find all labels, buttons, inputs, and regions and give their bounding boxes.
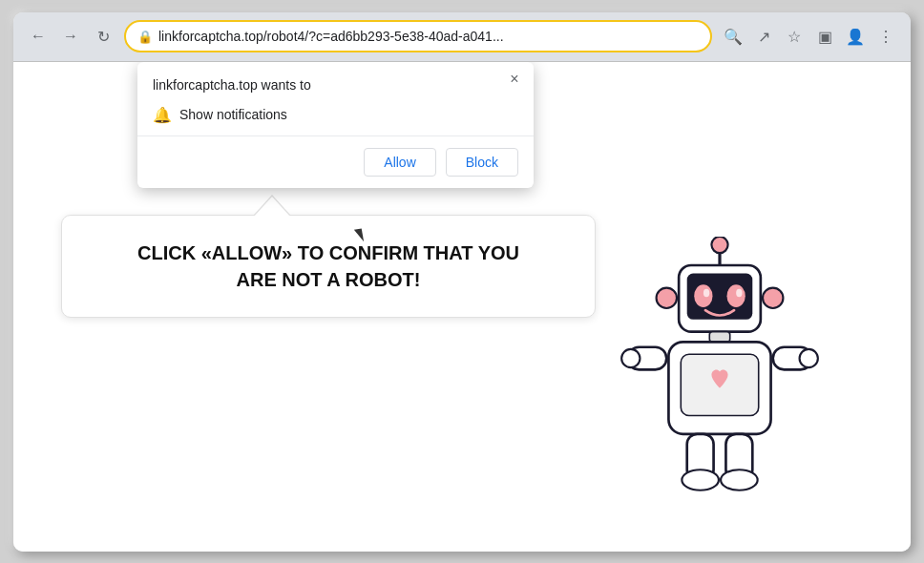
address-bar[interactable]: 🔒 linkforcaptcha.top/robot4/?c=ad6bb293-… — [124, 20, 712, 52]
popup-permission-row: 🔔 Show notifications — [153, 102, 518, 128]
popup-actions: Allow Block — [137, 136, 534, 188]
reload-button[interactable]: ↻ — [90, 23, 116, 50]
toolbar-icons: 🔍 ↗ ☆ ▣ 👤 ⋮ — [720, 23, 899, 50]
svg-point-16 — [800, 348, 818, 366]
svg-point-7 — [736, 288, 742, 297]
bell-icon: 🔔 — [153, 106, 172, 124]
bubble-line1: CLICK «ALLOW» TO CONFIRM THAT YOU — [137, 242, 519, 263]
url-text: linkforcaptcha.top/robot4/?c=ad6bb293-5e… — [158, 29, 699, 44]
popup-site-text: linkforcaptcha.top wants to — [153, 77, 518, 93]
browser-content: × linkforcaptcha.top wants to 🔔 Show not… — [13, 62, 911, 552]
notification-popup: × linkforcaptcha.top wants to 🔔 Show not… — [137, 62, 534, 188]
popup-close-button[interactable]: × — [505, 70, 524, 89]
svg-point-14 — [621, 348, 640, 366]
browser-window: ← → ↻ 🔒 linkforcaptcha.top/robot4/?c=ad6… — [13, 12, 911, 552]
svg-point-20 — [721, 469, 758, 490]
popup-header: linkforcaptcha.top wants to 🔔 Show notif… — [137, 62, 534, 136]
nav-buttons: ← → ↻ — [25, 23, 116, 50]
menu-icon-button[interactable]: ⋮ — [872, 23, 899, 50]
back-button[interactable]: ← — [25, 23, 52, 50]
svg-point-19 — [682, 469, 719, 490]
svg-point-1 — [711, 237, 727, 253]
speech-bubble-container: CLICK «ALLOW» TO CONFIRM THAT YOU ARE NO… — [61, 215, 596, 318]
permission-text: Show notifications — [179, 107, 287, 122]
share-icon-button[interactable]: ↗ — [750, 23, 777, 50]
block-button[interactable]: Block — [446, 148, 518, 177]
lock-icon: 🔒 — [137, 30, 153, 44]
svg-point-4 — [694, 284, 712, 307]
svg-rect-8 — [709, 331, 729, 342]
svg-point-11 — [657, 287, 677, 307]
bubble-text-line1: CLICK «ALLOW» TO CONFIRM THAT YOU ARE NO… — [91, 240, 566, 293]
bookmark-icon-button[interactable]: ☆ — [781, 23, 808, 50]
svg-point-6 — [704, 288, 709, 297]
account-icon-button[interactable]: 👤 — [842, 23, 869, 50]
speech-bubble: CLICK «ALLOW» TO CONFIRM THAT YOU ARE NO… — [61, 215, 596, 318]
allow-button[interactable]: Allow — [364, 148, 435, 177]
forward-button[interactable]: → — [57, 23, 84, 50]
svg-point-5 — [727, 284, 746, 307]
robot-illustration — [605, 237, 872, 532]
search-icon-button[interactable]: 🔍 — [720, 23, 746, 50]
svg-point-12 — [763, 287, 783, 307]
extension-icon-button[interactable]: ▣ — [811, 23, 838, 50]
bubble-line2: ARE NOT A ROBOT! — [237, 269, 421, 290]
browser-toolbar: ← → ↻ 🔒 linkforcaptcha.top/robot4/?c=ad6… — [13, 12, 911, 62]
